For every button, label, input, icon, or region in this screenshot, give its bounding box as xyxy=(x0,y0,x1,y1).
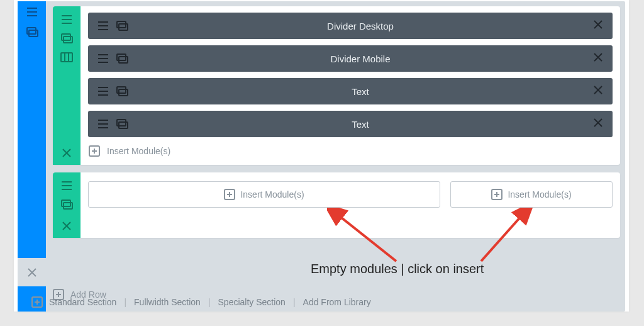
separator: | xyxy=(293,297,296,307)
stack-icon[interactable] xyxy=(116,118,128,130)
module-label: Divider Mobile xyxy=(128,53,592,64)
module-close-button[interactable] xyxy=(592,117,604,131)
footer-link-fullwidth[interactable]: Fullwidth Section xyxy=(134,297,201,307)
add-section-footer: Standard Section | Fullwidth Section | S… xyxy=(31,296,371,308)
row-rail xyxy=(53,6,80,165)
close-icon xyxy=(592,84,604,96)
module-label: Divider Desktop xyxy=(128,21,592,31)
insert-module-label: Insert Module(s) xyxy=(508,189,571,200)
footer-link-standard[interactable]: Standard Section xyxy=(49,297,116,307)
stack-icon[interactable] xyxy=(58,198,75,211)
module-label: Text xyxy=(128,86,592,97)
separator: | xyxy=(208,297,211,307)
separator: | xyxy=(124,297,126,307)
close-icon xyxy=(592,52,604,63)
close-icon xyxy=(592,19,604,30)
drag-icon[interactable] xyxy=(97,85,109,98)
module-icons xyxy=(97,85,128,98)
insert-module-button[interactable]: Insert Module(s) xyxy=(88,143,613,157)
close-icon xyxy=(61,147,72,159)
row-body: Divider Desktop Divider Mobile xyxy=(80,6,620,165)
module-icons xyxy=(97,20,128,32)
module-close-button[interactable] xyxy=(592,19,604,33)
row-rail xyxy=(53,172,80,238)
module-bar[interactable]: Text xyxy=(88,111,613,137)
row-card: Insert Module(s) Insert Module(s) xyxy=(53,172,620,238)
insert-module-slot[interactable]: Insert Module(s) xyxy=(88,181,440,208)
plus-icon xyxy=(224,189,235,200)
insert-module-label: Insert Module(s) xyxy=(107,146,170,156)
module-label: Text xyxy=(128,119,592,130)
row-close-button[interactable] xyxy=(53,214,80,238)
columns-icon[interactable] xyxy=(58,50,75,64)
module-close-button[interactable] xyxy=(592,52,604,65)
module-icons xyxy=(97,118,128,130)
annotation-text: Empty modules | click on insert xyxy=(311,262,484,276)
drag-icon[interactable] xyxy=(58,179,75,193)
close-icon xyxy=(61,220,72,232)
row-body: Insert Module(s) Insert Module(s) xyxy=(80,172,620,238)
stack-icon[interactable] xyxy=(116,20,128,32)
footer-link-specialty[interactable]: Specialty Section xyxy=(218,297,286,307)
insert-module-label: Insert Module(s) xyxy=(240,189,304,200)
drag-icon[interactable] xyxy=(97,52,109,65)
stack-icon[interactable] xyxy=(116,85,128,98)
row-close-button[interactable] xyxy=(53,141,80,165)
plus-icon xyxy=(31,296,43,308)
drag-icon[interactable] xyxy=(58,13,75,26)
section-content: Divider Desktop Divider Mobile xyxy=(53,6,620,280)
stack-icon[interactable] xyxy=(116,52,128,65)
footer-link-library[interactable]: Add From Library xyxy=(303,297,371,307)
section-rail-icons xyxy=(18,1,46,39)
canvas: Divider Desktop Divider Mobile xyxy=(0,0,644,326)
module-bar[interactable]: Divider Desktop xyxy=(88,13,613,39)
insert-module-slot[interactable]: Insert Module(s) xyxy=(450,181,613,208)
module-bar[interactable]: Divider Mobile xyxy=(88,45,613,72)
drag-icon[interactable] xyxy=(97,20,109,32)
module-icons xyxy=(97,52,128,65)
drag-icon[interactable] xyxy=(97,118,109,130)
section-close-button[interactable] xyxy=(18,258,46,286)
module-bar[interactable]: Text xyxy=(88,78,613,104)
close-icon xyxy=(592,117,604,128)
stack-icon[interactable] xyxy=(58,31,75,45)
plus-icon xyxy=(88,145,101,157)
close-icon xyxy=(26,267,38,278)
row-card: Divider Desktop Divider Mobile xyxy=(53,6,620,165)
stack-icon[interactable] xyxy=(23,25,41,39)
module-close-button[interactable] xyxy=(592,84,604,98)
drag-icon[interactable] xyxy=(23,5,41,19)
plus-icon xyxy=(491,189,502,200)
